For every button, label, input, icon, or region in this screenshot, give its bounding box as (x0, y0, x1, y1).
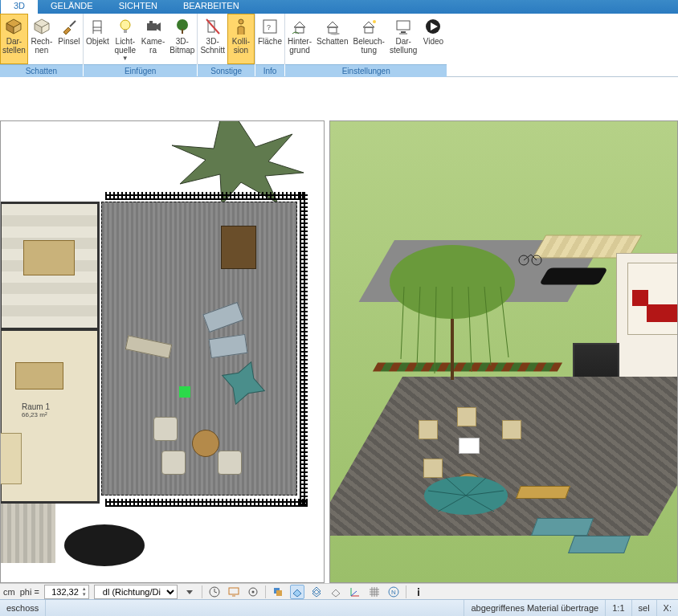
kollision-label: Kolli- sion (232, 37, 250, 55)
svg-marker-25 (327, 22, 338, 27)
direction-select[interactable]: dl (Richtung/Di (94, 585, 178, 599)
axes-icon[interactable] (348, 585, 362, 599)
video-label: Video (423, 37, 443, 46)
room-name: Raum 1 (22, 402, 50, 411)
svg-point-38 (64, 524, 145, 566)
ribbon-group-label: Sonstige (198, 64, 255, 77)
toolbar-separator (265, 585, 266, 598)
svg-rect-32 (401, 31, 406, 33)
tab-sichten[interactable]: SICHTEN (106, 0, 170, 14)
kamera-button[interactable]: Kame- ra (139, 14, 167, 64)
svg-point-20 (239, 19, 243, 24)
svg-point-66 (251, 590, 254, 593)
tree-icon (173, 17, 192, 36)
north-icon[interactable]: N (386, 585, 401, 599)
schnitt-button[interactable]: 3D- Schnitt (198, 14, 227, 64)
darstellung-button[interactable]: Dar- stellung (387, 14, 419, 64)
svg-point-11 (120, 20, 130, 30)
svg-point-27 (330, 33, 340, 35)
svg-rect-26 (329, 27, 337, 33)
view-3d[interactable] (329, 120, 678, 583)
cube-outline-icon (32, 17, 51, 36)
brush-icon (59, 17, 79, 36)
phi-value-field[interactable] (45, 587, 80, 597)
svg-rect-68 (276, 590, 282, 596)
beleuchtung-button[interactable]: Beleuch- tung (350, 14, 386, 64)
kollision-button[interactable]: Kolli- sion (227, 14, 255, 64)
layers-icon[interactable] (271, 585, 285, 599)
schatten-settings-button[interactable]: Schatten (314, 14, 350, 64)
wicker-chair-3d (502, 420, 521, 439)
room-area: 66,23 m² (22, 411, 50, 418)
pinsel-button[interactable]: Pinsel (55, 14, 83, 64)
lichtquelle-button[interactable]: Licht- quelle ▼ (112, 14, 139, 64)
hedge-border (105, 499, 308, 507)
house-landscape-icon (290, 17, 309, 36)
status-bar: eschoss abgegriffenes Material übertrage… (0, 599, 678, 616)
plan-2d-view[interactable]: Raum 1 66,23 m² (0, 120, 325, 583)
info-icon[interactable] (411, 585, 426, 599)
armchair-2d (218, 451, 242, 475)
bitmap-label: 3D- Bitmap (170, 37, 194, 55)
target-icon[interactable] (246, 585, 260, 599)
status-mode: sel (632, 600, 657, 616)
ribbon-group-info: ? Fläche Info (255, 14, 284, 77)
tab-bearbeiten[interactable]: BEARBEITEN (170, 0, 252, 14)
rechnen-button[interactable]: Rech- nen (28, 14, 55, 64)
bitmap-button[interactable]: 3D- Bitmap (167, 14, 197, 64)
section-icon (203, 17, 223, 36)
person-icon (231, 17, 251, 36)
wicker-chair-3d (457, 407, 476, 426)
wicker-chair-3d (419, 420, 438, 439)
darstellen-label: Dar- stellen (2, 37, 26, 55)
spin-up-icon[interactable]: ▲ (80, 586, 88, 592)
umbrella-3d (422, 475, 510, 531)
svg-marker-59 (186, 590, 193, 594)
monitor-icon[interactable] (227, 585, 241, 599)
green-object-2d (179, 386, 190, 398)
room-label: Raum 1 66,23 m² (22, 402, 50, 418)
ribbon-group-einstellungen: Hinter- grund Schatten Beleuch- tung Dar… (285, 14, 447, 77)
svg-rect-17 (182, 29, 183, 34)
svg-rect-29 (365, 27, 373, 33)
hedge-border (105, 192, 306, 200)
lightbulb-icon (116, 17, 135, 36)
tab-3d[interactable]: 3D (1, 0, 38, 14)
hintergrund-button[interactable]: Hinter- grund (285, 14, 314, 64)
snap-edge-icon[interactable] (309, 585, 324, 599)
snap-face-icon[interactable] (290, 585, 304, 599)
darstellen-button[interactable]: Dar- stellen (0, 14, 28, 64)
grid-icon[interactable] (367, 585, 382, 599)
svg-text:?: ? (267, 23, 271, 31)
objekt-button[interactable]: Objekt (84, 14, 112, 64)
dining-table-2d (23, 240, 75, 275)
spin-down-icon[interactable]: ▼ (80, 592, 88, 598)
snap-point-icon[interactable] (329, 585, 343, 599)
svg-rect-79 (418, 590, 419, 596)
tab-gelaende[interactable]: GELÄNDE (38, 0, 106, 14)
area-icon: ? (260, 17, 280, 36)
lounger-3d (568, 536, 631, 553)
dropdown-button[interactable] (182, 585, 197, 599)
phi-input[interactable]: ▲▼ (44, 585, 89, 599)
chair-icon (88, 17, 107, 36)
svg-rect-78 (418, 588, 419, 589)
outdoor-table-2d (221, 226, 256, 269)
rechnen-label: Rech- nen (31, 37, 53, 55)
svg-line-62 (214, 592, 217, 593)
lichtquelle-label: Licht- quelle (114, 37, 136, 55)
svg-marker-69 (293, 589, 301, 597)
video-button[interactable]: Video (419, 14, 447, 64)
sofa-3d (647, 304, 678, 322)
bush-2d (60, 521, 149, 569)
ribbon-group-label: Einstellungen (285, 64, 447, 77)
clock-icon[interactable] (207, 585, 222, 599)
svg-rect-13 (147, 23, 157, 31)
svg-rect-7 (93, 21, 101, 27)
flaeche-button[interactable]: ? Fläche (255, 14, 284, 64)
ribbon-group-schatten: Dar- stellen Rech- nen Pinsel Schatten (0, 14, 83, 77)
status-material: abgegriffenes Material übertrage (464, 600, 606, 616)
svg-rect-12 (124, 30, 127, 33)
lounger-3d (531, 518, 594, 536)
armchair-2d (153, 417, 178, 441)
